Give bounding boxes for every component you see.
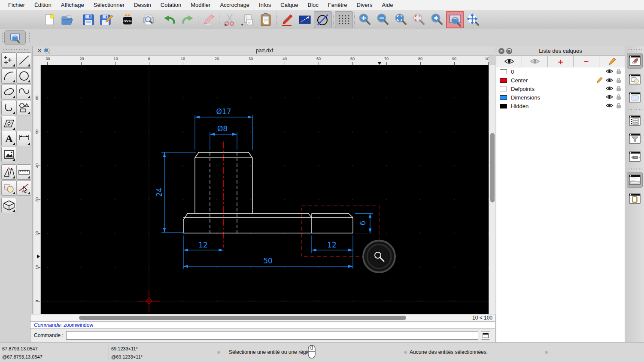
layer-lock-icon[interactable] [616,68,621,74]
drag-handle[interactable] [1,32,3,43]
grid-toggle-button[interactable] [335,11,353,28]
layer-visible-icon[interactable] [606,86,613,91]
menu-item-aide[interactable]: Aide [377,2,398,8]
spline-tool-button[interactable] [16,84,31,100]
copy-button[interactable] [239,11,257,28]
modify-tool-button[interactable] [1,164,16,180]
layer-visible-icon[interactable] [606,103,613,108]
drag-handle[interactable] [28,32,30,43]
remove-layer-button[interactable]: − [574,56,599,67]
zoom-selected-button[interactable] [410,11,428,28]
dock-drag-handle[interactable] [628,49,642,51]
points-tool-button[interactable] [1,52,16,68]
zoom-in-button[interactable] [356,11,374,28]
draw-pen-button[interactable] [278,11,296,28]
print-preview-button[interactable] [140,11,158,28]
layer-row-hidden[interactable]: Hidden [496,102,625,110]
menu-item-divers[interactable]: Divers [352,2,377,8]
select-entity-tool-button[interactable] [16,180,31,196]
vertical-scroll-thumb[interactable] [490,133,495,202]
command-input[interactable] [66,331,478,340]
redo-button[interactable] [179,11,197,28]
command-window-button[interactable] [481,331,490,340]
menu-item-fichier[interactable]: Fichier [3,2,30,8]
menu-item-affichage[interactable]: Affichage [56,2,89,8]
circle-tool-button[interactable] [16,68,31,84]
block-list-dock-button[interactable] [627,72,643,87]
canvas-horizontal-scrollbar[interactable]: 10 < 100 [30,314,495,321]
menu-item-edition[interactable]: Édition [30,2,56,8]
h-ruler-tick [386,62,387,65]
library-browser-dock-button[interactable] [627,90,643,106]
relative-coordinates: @67.8793,13.0547 [2,354,43,359]
menu-item-selectionner[interactable]: Sélectionner [89,2,129,8]
svg-export-icon: SVG [121,13,134,27]
hide-all-layers-button[interactable] [522,56,548,67]
svg-export-button[interactable]: SVG [118,11,137,28]
save-button[interactable] [79,11,97,28]
menu-item-cotation[interactable]: Cotation [156,2,186,8]
command-line-dock-button[interactable] [627,172,643,188]
layer-visible-icon[interactable] [606,78,613,83]
image-tool-button[interactable] [1,147,16,162]
drawing-canvas[interactable]: Ø17 Ø8 24 12 50 12 6 [41,65,489,314]
property-list-dock-button[interactable] [627,113,643,129]
layer-list-dock-button[interactable] [627,53,643,69]
layer-row-center[interactable]: Center [496,76,625,84]
cut-button[interactable] [221,11,239,28]
edit-layer-button[interactable] [599,56,625,67]
hatch-tool-button[interactable] [1,116,16,131]
current-tool-zoom-window-button[interactable] [4,30,26,45]
menu-item-modifier[interactable]: Modifier [186,2,215,8]
v-ruler-tick [38,166,40,166]
view-3d-tool-button[interactable] [1,198,16,213]
paste-button[interactable] [257,11,275,28]
open-file-button[interactable] [58,11,76,28]
draft-mode-button[interactable] [314,11,332,28]
polygon-tool-button[interactable] [16,100,31,115]
canvas-vertical-scrollbar[interactable] [489,65,495,314]
menu-item-bloc[interactable]: Bloc [303,2,323,8]
menu-item-infos[interactable]: Infos [254,2,276,8]
show-all-layers-button[interactable] [496,56,522,67]
layer-row-defpoints[interactable]: Defpoints [496,84,625,93]
new-file-button[interactable] [40,11,58,28]
palette-drag-handle[interactable] [3,48,29,50]
plus-icon: ＋ [556,57,565,66]
arc-tool-button[interactable] [1,68,16,84]
ellipse-tool-button[interactable] [1,84,16,100]
horizontal-scroll-thumb[interactable] [79,316,406,320]
layer-row-dimensions[interactable]: Dimensions [496,93,625,102]
layer-lock-icon[interactable] [616,103,621,109]
zoom-auto-button[interactable] [392,11,410,28]
text-tool-button[interactable]: A [1,131,16,146]
block-edit-tool-button[interactable] [1,180,16,196]
menu-item-calque[interactable]: Calque [276,2,303,8]
layer-visible-icon[interactable] [606,94,613,100]
delete-button[interactable] [200,11,218,28]
zoom-pan-button[interactable] [464,11,482,28]
layer-lock-icon[interactable] [616,85,621,91]
menu-item-fenetre[interactable]: Fenêtre [323,2,352,8]
select-area-button[interactable] [296,11,314,28]
layer-lock-icon[interactable] [616,77,621,83]
pen-palette-dock-button[interactable] [627,149,643,165]
selection-filter-dock-button[interactable] [627,131,643,147]
zoom-out-button[interactable] [374,11,392,28]
layer-row-0[interactable]: 0 [496,67,625,76]
v-ruler-tick [38,199,40,200]
layer-lock-icon[interactable] [616,94,621,100]
menu-item-accrochage[interactable]: Accrochage [215,2,254,8]
dimension-tool-button[interactable] [16,131,31,146]
zoom-window-button[interactable] [446,11,464,28]
add-layer-button[interactable]: ＋ [548,56,574,67]
line-tool-button[interactable] [16,52,31,68]
polyline-tool-button[interactable] [1,100,16,115]
measure-tool-button[interactable] [16,164,31,180]
zoom-previous-button[interactable] [428,11,446,28]
undo-button[interactable] [161,11,179,28]
clipboard-dock-button[interactable] [627,191,643,207]
menu-item-dessin[interactable]: Dessin [129,2,156,8]
save-as-button[interactable] [97,11,115,28]
layer-visible-icon[interactable] [606,69,613,74]
